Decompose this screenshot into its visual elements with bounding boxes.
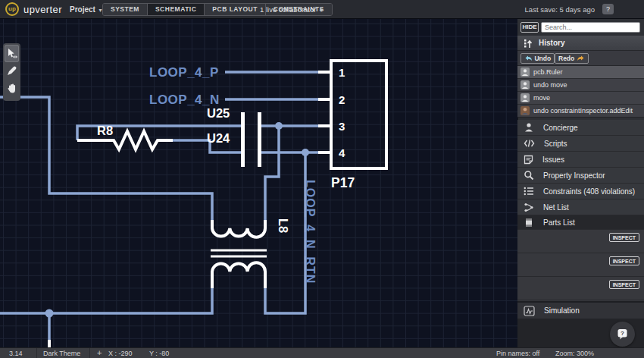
cursor-y-coordinate: Y : -80: [149, 350, 169, 357]
hand-icon: [7, 83, 17, 94]
avatar: [521, 106, 530, 115]
pin-names-toggle[interactable]: Pin names: off: [496, 350, 539, 357]
chip-icon: [524, 218, 534, 228]
chat-help-button[interactable]: ?: [610, 322, 635, 347]
schematic-drawing: LOOP_4_P LOOP_4_N LOOP_4_N_RTN U25 U24 R…: [0, 19, 517, 347]
pin-number-1: 1: [339, 66, 345, 79]
sidebar-item-scripts[interactable]: Scripts: [517, 136, 644, 152]
person-icon: [524, 122, 534, 133]
version-label: 3.14: [9, 350, 23, 357]
history-item-label: move: [533, 94, 550, 102]
history-item[interactable]: undo move: [517, 79, 644, 92]
schematic-canvas[interactable]: LOOP_4_P LOOP_4_N LOOP_4_N_RTN U25 U24 R…: [0, 19, 517, 347]
designator-p17[interactable]: P17: [331, 175, 355, 190]
part-row-c1[interactable]: C1 UNVERIFIED INSPECT Kemet C1206C103JAR…: [517, 230, 644, 253]
inductor-bottom-winding[interactable]: [212, 262, 265, 288]
pin-number-3: 3: [339, 120, 345, 133]
simulation-label: Simulation: [544, 306, 580, 315]
project-menu[interactable]: Project▼: [70, 5, 103, 14]
chevron-down-icon: ▼: [318, 8, 324, 13]
pan-tool-button[interactable]: [5, 80, 19, 97]
inspect-button[interactable]: INSPECT: [609, 280, 639, 289]
code-icon: [524, 139, 535, 148]
upverter-logo-icon[interactable]: up: [5, 2, 19, 16]
sidebar-item-label: Property Inspector: [543, 171, 605, 180]
divider: [36, 348, 37, 358]
net-label-loop4p[interactable]: LOOP_4_P: [149, 65, 219, 80]
inspect-button[interactable]: INSPECT: [609, 256, 639, 265]
designator-r8[interactable]: R8: [97, 124, 113, 137]
waveform-icon: [524, 306, 535, 316]
net-label-loop4n[interactable]: LOOP_4_N: [149, 93, 220, 107]
history-section-header[interactable]: History: [517, 36, 644, 51]
sidebar-item-property-inspector[interactable]: Property Inspector: [517, 168, 644, 184]
collaborators-menu[interactable]: 1 live collaborator▼: [260, 5, 324, 14]
undo-label: Undo: [534, 55, 551, 62]
tab-system[interactable]: SYSTEM: [103, 4, 148, 15]
net-icon: [524, 203, 534, 212]
crosshair-icon: +: [97, 348, 102, 357]
undo-button[interactable]: Undo: [521, 53, 555, 64]
status-bar: 3.14 Dark Theme + X : -290 Y : -80 Pin n…: [0, 347, 644, 358]
project-menu-label: Project: [70, 5, 95, 14]
inductor-core: [211, 250, 267, 256]
help-icon[interactable]: ?: [602, 4, 614, 14]
history-item-label: undo move: [533, 81, 567, 89]
select-tool-button[interactable]: [5, 45, 19, 62]
history-item[interactable]: move: [517, 92, 644, 105]
app-title: upverter: [23, 4, 62, 15]
redo-arrow-icon: [577, 55, 585, 62]
cursor-x-coordinate: X : -290: [108, 350, 133, 357]
svg-text:?: ?: [621, 330, 624, 337]
divider: [89, 348, 90, 358]
sidebar-item-concierge[interactable]: Concierge: [517, 120, 644, 136]
sidebar-item-issues[interactable]: Issues: [517, 152, 644, 168]
sidebar-item-simulation[interactable]: Simulation: [517, 301, 644, 319]
sidebar-item-constraints[interactable]: Constraints (408 violations): [517, 184, 644, 199]
inductor-top-winding[interactable]: [212, 220, 265, 237]
checklist-icon: [524, 187, 534, 196]
tab-schematic[interactable]: SCHEMATIC: [148, 4, 205, 15]
hide-sidebar-button[interactable]: HIDE: [521, 22, 539, 33]
sidebar-item-net-list[interactable]: Net List: [517, 199, 644, 215]
designator-u24[interactable]: U24: [207, 131, 230, 145]
net-label-loop4nrtn[interactable]: LOOP_4_N_RTN: [304, 180, 317, 284]
chat-bubble-icon: ?: [616, 328, 629, 341]
history-item[interactable]: pcb.Ruler: [517, 66, 644, 79]
part-row-c2[interactable]: C2 UNVERIFIED INSPECT Kemet C1206C104K5R…: [517, 253, 644, 277]
app-header: up upverter Project▼ SYSTEM SCHEMATIC PC…: [0, 0, 644, 19]
undo-arrow-icon: [524, 55, 533, 62]
search-input[interactable]: [541, 22, 640, 33]
history-item[interactable]: undo constraintInspector.addEdit: [517, 105, 644, 118]
collaborators-label: 1 live collaborator: [260, 5, 316, 14]
sidebar-item-label: Concierge: [543, 124, 578, 132]
history-title: History: [539, 39, 564, 47]
tab-pcb-layout[interactable]: PCB LAYOUT: [205, 4, 265, 15]
inspect-button[interactable]: INSPECT: [609, 233, 639, 242]
sidebar-item-label: Net List: [543, 203, 569, 212]
sidebar-item-parts-list[interactable]: Parts List: [517, 215, 644, 230]
part-row-c4[interactable]: C4 UNVERIFIED INSPECT Kemet C1206C104K5R…: [517, 277, 644, 300]
sidebar-item-label: Issues: [542, 155, 564, 164]
avatar: [521, 93, 530, 102]
designator-u25[interactable]: U25: [207, 106, 230, 120]
wires[interactable]: [0, 72, 319, 340]
pen-tool-button[interactable]: [5, 62, 19, 80]
avatar: [521, 80, 530, 90]
sidebar-item-label: Scripts: [544, 140, 567, 148]
note-icon: [524, 155, 533, 165]
sidebar-item-label: Parts List: [543, 218, 575, 227]
resistor-r8-body[interactable]: [77, 131, 173, 149]
pin-number-4: 4: [339, 146, 345, 159]
history-item-label: pcb.Ruler: [533, 68, 563, 76]
tool-panel: [3, 43, 20, 101]
cursor-move-icon: [6, 48, 17, 59]
pen-icon: [6, 65, 17, 77]
avatar: [521, 68, 530, 77]
theme-toggle[interactable]: Dark Theme: [43, 350, 80, 357]
redo-button[interactable]: Redo: [555, 53, 589, 64]
designator-l8[interactable]: L8: [277, 218, 290, 233]
zoom-level[interactable]: Zoom: 300%: [555, 350, 594, 357]
history-item-label: undo constraintInspector.addEdit: [533, 107, 633, 115]
magnifier-icon: [524, 170, 534, 181]
